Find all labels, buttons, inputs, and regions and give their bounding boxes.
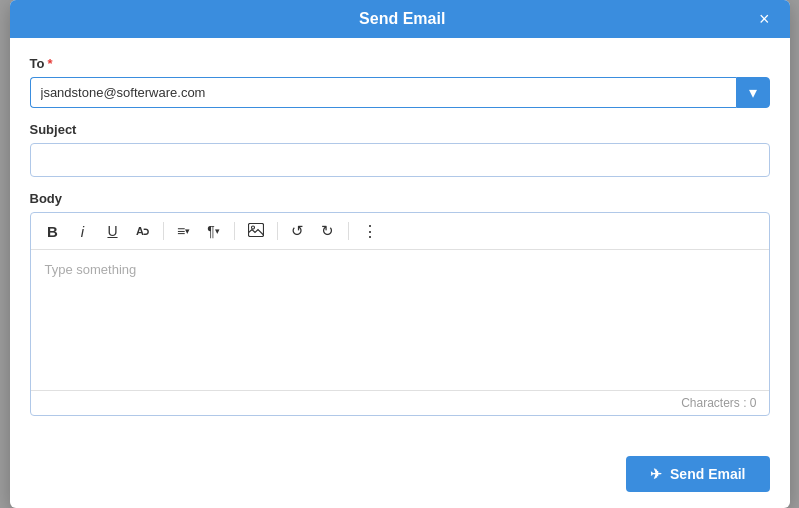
undo-icon: ↺ (291, 222, 304, 240)
align-chevron-icon: ▾ (185, 226, 190, 236)
body-field-group: Body B i U Aↄ ≡ ▾ (30, 191, 770, 416)
align-icon: ≡ (177, 223, 185, 239)
italic-button[interactable]: i (71, 219, 95, 243)
chevron-down-icon (749, 83, 757, 102)
redo-icon: ↻ (321, 222, 334, 240)
underline-button[interactable]: U (101, 219, 125, 243)
modal-header: Send Email × (10, 0, 790, 38)
image-button[interactable] (243, 219, 269, 243)
body-label: Body (30, 191, 770, 206)
to-field-group: To* (30, 56, 770, 108)
character-count: Characters : 0 (681, 396, 756, 410)
editor-toolbar: B i U Aↄ ≡ ▾ ¶ ▾ (31, 213, 769, 250)
required-star: * (47, 56, 52, 71)
more-icon: ⋮ (362, 222, 378, 241)
undo-button[interactable]: ↺ (286, 219, 310, 243)
subject-field-group: Subject (30, 122, 770, 177)
send-email-button[interactable]: ✈ Send Email (626, 456, 769, 492)
align-button[interactable]: ≡ ▾ (172, 219, 196, 243)
to-row (30, 77, 770, 108)
para-chevron-icon: ▾ (215, 226, 220, 236)
send-email-modal: Send Email × To* Subject (10, 0, 790, 508)
modal-title: Send Email (50, 10, 755, 28)
close-button[interactable]: × (755, 10, 774, 28)
to-dropdown-button[interactable] (736, 77, 770, 108)
font-size-icon: Aↄ (136, 225, 149, 238)
subject-input[interactable] (30, 143, 770, 177)
toolbar-separator-3 (277, 222, 278, 240)
body-placeholder: Type something (45, 262, 137, 277)
to-label: To* (30, 56, 770, 71)
toolbar-separator-2 (234, 222, 235, 240)
paragraph-button[interactable]: ¶ ▾ (202, 219, 226, 243)
modal-overlay: Send Email × To* Subject (0, 0, 799, 508)
image-icon (248, 223, 264, 240)
subject-label: Subject (30, 122, 770, 137)
modal-body: To* Subject Body (10, 38, 790, 446)
to-input[interactable] (30, 77, 736, 108)
body-content-area[interactable]: Type something (31, 250, 769, 390)
send-icon: ✈ (650, 466, 662, 482)
modal-footer: ✈ Send Email (10, 446, 790, 508)
toolbar-separator-1 (163, 222, 164, 240)
more-button[interactable]: ⋮ (357, 219, 383, 243)
font-size-button[interactable]: Aↄ (131, 219, 155, 243)
svg-point-1 (251, 226, 254, 229)
body-editor: B i U Aↄ ≡ ▾ ¶ ▾ (30, 212, 770, 416)
send-label: Send Email (670, 466, 745, 482)
paragraph-icon: ¶ (207, 223, 215, 239)
editor-footer: Characters : 0 (31, 390, 769, 415)
redo-button[interactable]: ↻ (316, 219, 340, 243)
toolbar-separator-4 (348, 222, 349, 240)
bold-button[interactable]: B (41, 219, 65, 243)
